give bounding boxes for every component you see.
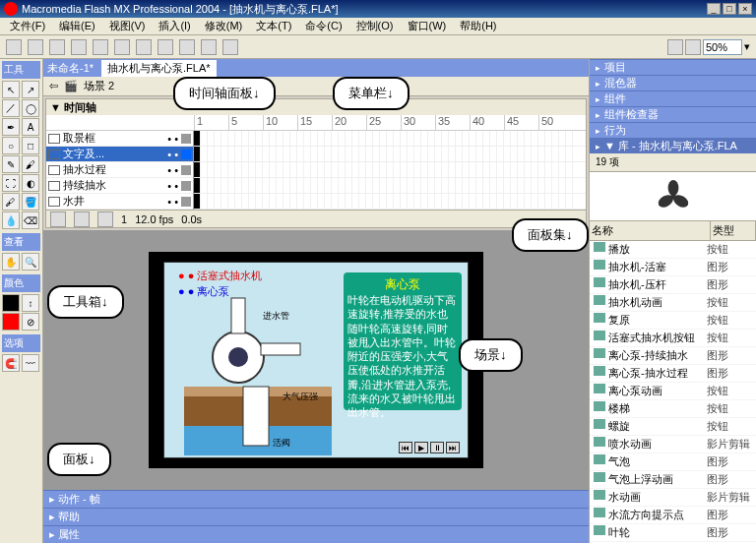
snap-icon[interactable]: [201, 39, 217, 55]
add-layer-icon[interactable]: [50, 211, 66, 227]
rect-tool[interactable]: □: [22, 137, 39, 154]
save-icon[interactable]: [49, 39, 65, 55]
pen-tool[interactable]: ✒: [2, 118, 20, 136]
stroke-color[interactable]: [2, 294, 20, 312]
tab-current[interactable]: 抽水机与离心泵.FLA*: [101, 60, 217, 77]
menu-control[interactable]: 控制(O): [350, 18, 400, 34]
transform-tool[interactable]: ⛶: [2, 174, 20, 192]
new-icon[interactable]: [6, 39, 22, 55]
timeline-layer[interactable]: 文字及...••: [46, 147, 193, 162]
menu-modify[interactable]: 修改(M): [199, 18, 249, 34]
menu-text[interactable]: 文本(T): [250, 18, 297, 34]
lasso-tool[interactable]: ◯: [22, 99, 39, 117]
minimize-button[interactable]: _: [707, 3, 721, 15]
ink-tool[interactable]: 🖋: [2, 193, 20, 211]
add-folder-icon[interactable]: [74, 211, 90, 227]
frame-row[interactable]: [194, 194, 586, 210]
library-item[interactable]: 抽水机-活塞图形: [590, 259, 756, 276]
frame-row[interactable]: [194, 178, 586, 194]
library-item[interactable]: 气泡图形: [590, 453, 756, 471]
library-item[interactable]: 螺旋按钮: [590, 418, 756, 436]
library-item[interactable]: 离心泵动画按钮: [590, 383, 756, 400]
eraser-tool[interactable]: ⌫: [22, 211, 39, 229]
panel-properties[interactable]: ▸ 属性: [43, 525, 589, 543]
fill-color[interactable]: [2, 313, 20, 331]
frame-row[interactable]: [194, 131, 586, 147]
maximize-button[interactable]: □: [723, 3, 736, 15]
panel-inspector[interactable]: 组件检查器: [590, 106, 756, 122]
canvas[interactable]: ● ● 活塞式抽水机 ● ● 离心泵 离心泵 叶轮在电动机驱动下高速旋转,推荐受…: [163, 262, 469, 458]
cut-icon[interactable]: [93, 39, 108, 55]
tab-untitled[interactable]: 未命名-1*: [47, 61, 94, 76]
library-item[interactable]: 复原按钮: [590, 312, 756, 330]
library-item[interactable]: 水流方向提示点图形: [590, 507, 756, 524]
paste-icon[interactable]: [136, 39, 152, 55]
dropper-tool[interactable]: 💧: [2, 211, 20, 229]
library-list[interactable]: 播放按钮抽水机-活塞图形抽水机-压杆图形抽水机动画按钮复原按钮活塞式抽水机按钮按…: [590, 241, 756, 543]
library-item[interactable]: 播放按钮: [590, 241, 756, 259]
library-item[interactable]: 活塞式抽水机按钮按钮: [590, 330, 756, 347]
stroke-swap[interactable]: ↕: [22, 294, 39, 312]
hand-tool[interactable]: ✋: [2, 253, 20, 271]
hand-icon[interactable]: [667, 39, 683, 55]
col-name[interactable]: 名称: [590, 221, 711, 240]
panel-project[interactable]: 项目: [590, 59, 756, 75]
library-item[interactable]: 水动画影片剪辑: [590, 489, 756, 507]
col-type[interactable]: 类型: [711, 221, 756, 240]
library-item[interactable]: 气泡上浮动画图形: [590, 471, 756, 489]
panel-behaviors[interactable]: 行为: [590, 122, 756, 138]
selection-tool[interactable]: ↖: [2, 81, 20, 98]
delete-layer-icon[interactable]: [97, 211, 113, 227]
library-item[interactable]: 抽水机-压杆图形: [590, 276, 756, 294]
timeline-layer[interactable]: 持续抽水••: [46, 178, 193, 194]
scene-icon[interactable]: 🎬: [64, 80, 78, 92]
menu-insert[interactable]: 插入(I): [153, 18, 196, 34]
pause-icon[interactable]: ⏸: [430, 442, 444, 453]
copy-icon[interactable]: [114, 39, 130, 55]
bucket-tool[interactable]: 🪣: [22, 193, 39, 211]
menu-commands[interactable]: 命令(C): [299, 18, 347, 34]
panel-mixer[interactable]: 混色器: [590, 75, 756, 90]
brush-tool[interactable]: 🖌: [22, 155, 39, 173]
open-icon[interactable]: [28, 39, 43, 55]
panel-actions[interactable]: ▸ 动作 - 帧: [43, 490, 589, 508]
oval-tool[interactable]: ○: [2, 137, 20, 154]
align-icon[interactable]: [222, 39, 238, 55]
print-icon[interactable]: [71, 39, 87, 55]
zoom-icon[interactable]: [685, 39, 701, 55]
option-smooth[interactable]: 〰: [22, 354, 39, 372]
timeline-layer[interactable]: 水井••: [46, 194, 193, 210]
library-item[interactable]: 喷水动画影片剪辑: [590, 436, 756, 453]
library-title[interactable]: ▼ 库 - 抽水机与离心泵.FLA: [590, 138, 756, 153]
subselect-tool[interactable]: ↗: [22, 81, 39, 98]
library-item[interactable]: 叶轮图形: [590, 524, 756, 542]
timeline-layer[interactable]: 取景框••: [46, 131, 193, 147]
option-magnet[interactable]: 🧲: [2, 354, 20, 372]
menu-file[interactable]: 文件(F): [4, 18, 51, 34]
text-tool[interactable]: A: [22, 118, 39, 136]
menu-edit[interactable]: 编辑(E): [53, 18, 101, 34]
library-item[interactable]: 楼梯按钮: [590, 400, 756, 418]
timeline-ruler[interactable]: 15101520253035404550: [46, 115, 586, 131]
zoom-tool[interactable]: 🔍: [22, 253, 39, 271]
pencil-tool[interactable]: ✎: [2, 155, 20, 173]
frame-row[interactable]: [194, 147, 586, 162]
menu-view[interactable]: 视图(V): [103, 18, 152, 34]
library-item[interactable]: 离心泵-抽水过程图形: [590, 365, 756, 383]
library-item[interactable]: 离心泵-持续抽水图形: [590, 347, 756, 365]
first-frame-icon[interactable]: ⏮: [399, 442, 412, 453]
play-icon[interactable]: ▶: [414, 442, 428, 453]
undo-icon[interactable]: [158, 39, 173, 55]
menu-window[interactable]: 窗口(W): [402, 18, 453, 34]
panel-help[interactable]: ▸ 帮助: [43, 508, 589, 525]
frame-row[interactable]: [194, 162, 586, 178]
back-icon[interactable]: ⇦: [49, 80, 58, 92]
timeline-layer[interactable]: 抽水过程••: [46, 162, 193, 178]
close-button[interactable]: ×: [738, 3, 752, 15]
scene-name[interactable]: 场景 2: [84, 79, 114, 93]
redo-icon[interactable]: [179, 39, 195, 55]
fill-transform-tool[interactable]: ◐: [22, 174, 39, 192]
panel-components[interactable]: 组件: [590, 90, 756, 106]
menu-help[interactable]: 帮助(H): [454, 18, 502, 34]
zoom-dropdown-icon[interactable]: ▾: [744, 40, 750, 53]
